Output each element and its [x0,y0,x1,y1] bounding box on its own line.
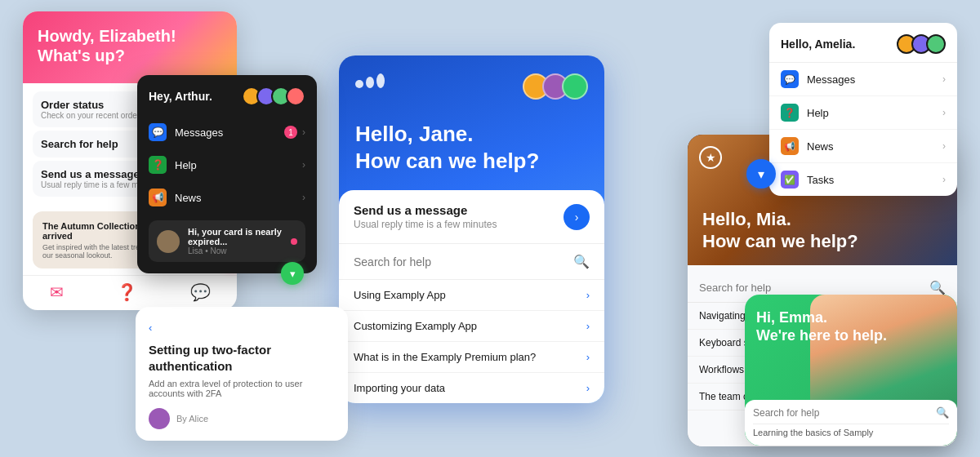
rt-help-icon: ❓ [781,104,799,122]
rt-tasks-label: Tasks [807,174,834,186]
right-top-header: Hello, Amelia. [769,23,957,63]
center-link-list: Using Examply App › Customizing Examply … [339,280,604,403]
dark-fab[interactable]: ▾ [281,262,304,285]
rt-messages-label: Messages [807,73,855,86]
search-help-label: Search for help [41,138,118,150]
center-subheading: How can we help? [355,149,539,173]
rt-avatar-3 [926,34,946,54]
logo-dot-2 [366,77,374,88]
rt-news-icon: 📢 [781,137,799,155]
dark-help-item[interactable]: ❓ Help › [137,149,317,181]
rt-messages-icon: 💬 [781,70,799,88]
center-message-row[interactable]: Send us a message Usual reply time is a … [339,190,604,244]
order-title: Order status [41,99,144,111]
article-subtitle: Add an extra level of protection to user… [149,379,335,398]
rt-tasks-item[interactable]: ✅ Tasks › [769,163,957,196]
messages-badge: 1 [284,126,297,139]
dark-messages-label: Messages [175,126,223,139]
rt-news-label: News [807,140,834,153]
dark-greeting: Hey, Arthur. [149,90,212,103]
star-badge: ★ [699,146,722,169]
dark-help-icon: ❓ [149,156,167,174]
card-emma: Hi, Emma. We're here to help. 🔍 Learning… [745,295,957,446]
right-search-input[interactable] [699,282,923,294]
article-title: Setting up two-factor authentication [149,342,335,374]
dark-help-label: Help [175,159,197,171]
card-article: ‹ Setting up two-factor authentication A… [136,307,348,441]
rt-tasks-chevron-icon: › [942,174,946,185]
article-back-button[interactable]: ‹ [149,322,335,334]
center-top [339,55,604,113]
dark-news-item[interactable]: 📢 News › [137,181,317,214]
link-4-chevron-icon: › [586,382,590,394]
rt-help-chevron-icon: › [942,107,946,118]
notif-dot [291,238,297,245]
card-center: Hello, Jane. How can we help? Send us a … [339,55,604,403]
rt-messages-item[interactable]: 💬 Messages › [769,63,957,96]
author-name: By Alice [176,414,208,424]
center-avatar-group [523,73,588,100]
footer-message-icon[interactable]: 💬 [190,282,211,302]
rt-messages-chevron-icon: › [942,73,946,85]
card-dark-dropdown: Hey, Arthur. 💬 Messages 1 › ❓ Help › 📢 N… [137,75,317,273]
emma-search-input[interactable] [753,407,931,419]
link-1-chevron-icon: › [586,289,590,301]
right-top-avatar-group [902,34,946,54]
rt-tasks-icon: ✅ [781,171,799,189]
link-2-chevron-icon: › [586,320,590,332]
news-chevron-icon: › [302,192,305,203]
mia-greeting: Hello, Mia. [702,209,791,229]
center-avatar-3 [562,73,588,100]
center-link-3[interactable]: What is in the Examply Premium plan? › [339,342,604,373]
avatar-4 [286,87,305,106]
dark-messages-item[interactable]: 💬 Messages 1 › [137,116,317,149]
article-author: By Alice [149,408,335,429]
center-logo [355,73,385,88]
emma-heading: Hi, Emma. We're here to help. [756,309,887,344]
rt-news-chevron-icon: › [942,140,946,152]
dark-notification[interactable]: Hi, your card is nearly expired... Lisa … [149,220,305,262]
notif-title: Hi, your card is nearly expired... [188,227,283,246]
center-link-4[interactable]: Importing your data › [339,373,604,403]
right-search-icon: 🔍 [929,280,946,295]
mia-subheading: How can we help? [702,231,858,251]
center-search-input[interactable] [354,255,567,268]
emma-search-icon: 🔍 [936,406,949,419]
rt-help-item[interactable]: ❓ Help › [769,96,957,130]
right-top-greeting: Hello, Amelia. [781,38,855,51]
send-arrow-icon[interactable]: › [564,204,590,230]
center-search-icon: 🔍 [573,254,590,269]
center-link-1[interactable]: Using Examply App › [339,280,604,311]
center-msg-sub: Usual reply time is a few minutes [354,219,497,230]
dark-header: Hey, Arthur. [137,87,317,116]
link-3-chevron-icon: › [586,351,590,363]
center-greeting: Hello, Jane. [355,122,474,146]
emma-sub-text: Learning the basics of Samply [753,428,949,437]
mobile-footer: ✉ ❓ 💬 [23,275,237,310]
dark-avatar-group [247,87,305,106]
right-top-fab[interactable]: ▾ [746,159,776,189]
author-avatar [149,408,170,429]
mobile-header: Howdy, Elizabeth! What's up? [23,11,237,83]
rt-help-label: Help [807,107,829,119]
dark-news-icon: 📢 [149,189,167,206]
notif-avatar [157,230,180,253]
center-heading: Hello, Jane. How can we help? [339,113,604,190]
center-msg-title: Send us a message [354,203,497,217]
notif-time: Lisa • Now [188,246,283,255]
logo-dot-1 [355,80,363,88]
center-search-row[interactable]: 🔍 [339,244,604,280]
mobile-greeting: Howdy, Elizabeth! What's up? [38,26,222,65]
footer-home-icon[interactable]: ✉ [50,282,64,302]
messages-chevron-icon: › [302,126,305,138]
center-link-2[interactable]: Customizing Examply App › [339,311,604,342]
dark-messages-icon: 💬 [149,123,167,141]
order-sub: Check on your recent orders [41,111,144,120]
dark-news-label: News [175,192,202,204]
logo-dot-3 [376,73,385,88]
rt-news-item[interactable]: 📢 News › [769,130,957,163]
help-chevron-icon: › [302,159,305,171]
card-right-top: Hello, Amelia. 💬 Messages › ❓ Help › 📢 N… [769,23,957,196]
footer-help-icon[interactable]: ❓ [117,282,137,302]
center-body: Send us a message Usual reply time is a … [339,190,604,403]
